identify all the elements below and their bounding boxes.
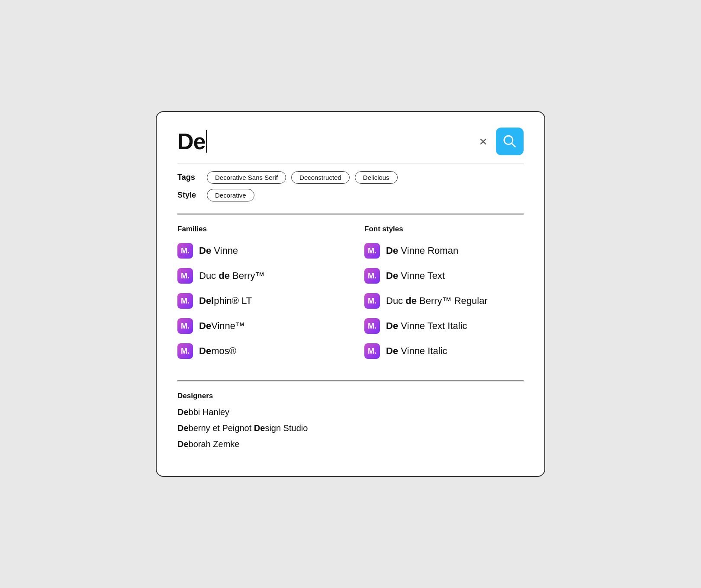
- family-item-3[interactable]: M. DeVinne™: [177, 318, 337, 334]
- m-badge-1: M.: [177, 268, 193, 284]
- family-item-4[interactable]: M. Demos®: [177, 343, 337, 359]
- font-style-name-0: De Vinne Roman: [386, 245, 458, 256]
- m-badge-fs-2: M.: [364, 293, 380, 309]
- tags-row: Tags Decorative Sans Serif Deconstructed…: [177, 171, 524, 184]
- font-style-name-2: Duc de Berry™ Regular: [386, 295, 488, 307]
- m-badge-2: M.: [177, 293, 193, 309]
- section-divider-top: [177, 214, 524, 214]
- m-badge-fs-1: M.: [364, 268, 380, 284]
- families-title: Families: [177, 225, 337, 233]
- results-sections: Families M. De Vinne M. Duc de Berry™ M.…: [177, 225, 524, 368]
- family-name-0: De Vinne: [199, 245, 238, 256]
- search-divider: [177, 163, 524, 163]
- designer-item-0[interactable]: Debbi Hanley: [177, 407, 524, 417]
- font-styles-section: Font styles M. De Vinne Roman M. De Vinn…: [350, 225, 524, 368]
- m-badge-4: M.: [177, 343, 193, 359]
- family-item-2[interactable]: M. Delphin® LT: [177, 293, 337, 309]
- search-query: De: [177, 130, 205, 153]
- family-item-0[interactable]: M. De Vinne: [177, 243, 337, 259]
- font-style-item-0[interactable]: M. De Vinne Roman: [364, 243, 524, 259]
- designers-title: Designers: [177, 392, 524, 400]
- style-row: Style Decorative: [177, 189, 524, 201]
- family-name-3: DeVinne™: [199, 320, 245, 332]
- search-icon: [502, 134, 517, 149]
- designers-section: Designers Debbi Hanley Deberny et Peigno…: [177, 392, 524, 449]
- tags-label: Tags: [177, 173, 202, 182]
- search-row: De ×: [177, 128, 524, 155]
- clear-button[interactable]: ×: [476, 133, 491, 150]
- tag-pill-delicious[interactable]: Delicious: [355, 171, 398, 184]
- text-cursor: [206, 130, 207, 153]
- tag-pill-deconstructed[interactable]: Deconstructed: [291, 171, 350, 184]
- search-input-area[interactable]: De: [177, 130, 469, 153]
- font-style-item-4[interactable]: M. De Vinne Italic: [364, 343, 524, 359]
- family-name-4: Demos®: [199, 345, 236, 357]
- search-actions: ×: [476, 128, 524, 155]
- family-item-1[interactable]: M. Duc de Berry™: [177, 268, 337, 284]
- family-name-1: Duc de Berry™: [199, 270, 265, 281]
- section-divider-bottom: [177, 380, 524, 381]
- designer-item-2[interactable]: Deborah Zemke: [177, 439, 524, 449]
- m-badge-fs-4: M.: [364, 343, 380, 359]
- font-style-name-1: De Vinne Text: [386, 270, 445, 281]
- search-dialog: De × Tags Decorative Sans Serif Deconstr…: [156, 111, 545, 477]
- tag-pill-decorative[interactable]: Decorative: [207, 189, 254, 201]
- m-badge-0: M.: [177, 243, 193, 259]
- m-badge-fs-3: M.: [364, 318, 380, 334]
- m-badge-fs-0: M.: [364, 243, 380, 259]
- font-style-item-2[interactable]: M. Duc de Berry™ Regular: [364, 293, 524, 309]
- designer-item-1[interactable]: Deberny et Peignot Design Studio: [177, 423, 524, 433]
- families-section: Families M. De Vinne M. Duc de Berry™ M.…: [177, 225, 350, 368]
- tag-pill-decorative-sans[interactable]: Decorative Sans Serif: [207, 171, 286, 184]
- font-style-item-1[interactable]: M. De Vinne Text: [364, 268, 524, 284]
- family-name-2: Delphin® LT: [199, 295, 252, 307]
- font-style-name-3: De Vinne Text Italic: [386, 320, 467, 332]
- font-style-name-4: De Vinne Italic: [386, 345, 447, 357]
- style-label: Style: [177, 191, 202, 200]
- font-styles-title: Font styles: [364, 225, 524, 233]
- m-badge-3: M.: [177, 318, 193, 334]
- font-style-item-3[interactable]: M. De Vinne Text Italic: [364, 318, 524, 334]
- search-button[interactable]: [496, 128, 524, 155]
